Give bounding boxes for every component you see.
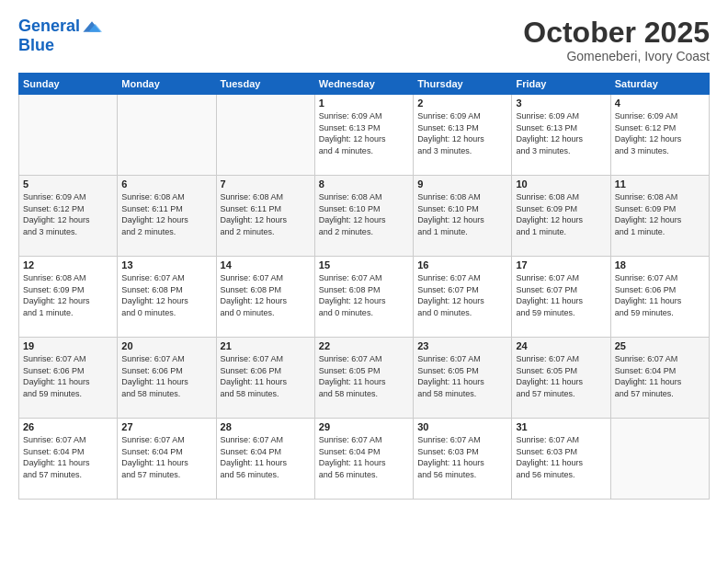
weekday-friday: Friday [512,74,610,95]
day-info: Sunrise: 6:07 AMSunset: 6:03 PMDaylight:… [417,434,507,480]
calendar-table: SundayMondayTuesdayWednesdayThursdayFrid… [18,73,710,500]
calendar-cell: 26Sunrise: 6:07 AMSunset: 6:04 PMDayligh… [19,419,118,500]
day-number: 4 [615,98,705,109]
title-block: October 2025 Gomeneberi, Ivory Coast [523,17,710,63]
day-number: 20 [121,340,211,351]
month-title: October 2025 [523,17,710,49]
calendar-cell: 19Sunrise: 6:07 AMSunset: 6:06 PMDayligh… [19,338,118,419]
day-info: Sunrise: 6:09 AMSunset: 6:13 PMDaylight:… [417,110,507,156]
header: General Blue October 2025 Gomeneberi, Iv… [18,17,710,63]
day-number: 22 [319,340,409,351]
calendar-week-3: 19Sunrise: 6:07 AMSunset: 6:06 PMDayligh… [19,338,710,419]
day-info: Sunrise: 6:07 AMSunset: 6:04 PMDaylight:… [121,434,211,480]
day-info: Sunrise: 6:07 AMSunset: 6:04 PMDaylight:… [221,434,311,480]
weekday-monday: Monday [118,74,216,95]
day-number: 14 [221,259,311,270]
day-info: Sunrise: 6:08 AMSunset: 6:10 PMDaylight:… [319,191,409,237]
day-info: Sunrise: 6:07 AMSunset: 6:04 PMDaylight:… [23,434,113,480]
day-number: 2 [417,98,507,109]
calendar-cell: 31Sunrise: 6:07 AMSunset: 6:03 PMDayligh… [512,419,610,500]
day-number: 7 [221,178,311,190]
day-number: 18 [615,259,705,270]
day-info: Sunrise: 6:08 AMSunset: 6:11 PMDaylight:… [221,191,311,237]
calendar-cell: 29Sunrise: 6:07 AMSunset: 6:04 PMDayligh… [314,419,413,500]
day-number: 19 [23,340,113,351]
weekday-header-row: SundayMondayTuesdayWednesdayThursdayFrid… [19,74,710,95]
calendar-cell: 1Sunrise: 6:09 AMSunset: 6:13 PMDaylight… [314,95,413,176]
calendar-cell: 14Sunrise: 6:07 AMSunset: 6:08 PMDayligh… [216,257,314,338]
day-number: 1 [319,98,409,109]
day-info: Sunrise: 6:07 AMSunset: 6:06 PMDaylight:… [23,353,113,399]
calendar-week-0: 1Sunrise: 6:09 AMSunset: 6:13 PMDaylight… [19,95,710,176]
day-info: Sunrise: 6:09 AMSunset: 6:12 PMDaylight:… [615,110,705,156]
day-number: 12 [23,259,113,270]
day-number: 11 [615,178,705,190]
day-number: 15 [319,259,409,270]
day-info: Sunrise: 6:07 AMSunset: 6:08 PMDaylight:… [121,272,211,318]
calendar-cell: 23Sunrise: 6:07 AMSunset: 6:05 PMDayligh… [414,338,512,419]
day-info: Sunrise: 6:07 AMSunset: 6:04 PMDaylight:… [319,434,409,480]
day-number: 9 [417,178,507,190]
calendar-week-2: 12Sunrise: 6:08 AMSunset: 6:09 PMDayligh… [19,257,710,338]
logo: General Blue [18,17,102,55]
day-info: Sunrise: 6:08 AMSunset: 6:09 PMDaylight:… [615,191,705,237]
calendar-cell: 11Sunrise: 6:08 AMSunset: 6:09 PMDayligh… [610,176,709,257]
calendar-cell: 18Sunrise: 6:07 AMSunset: 6:06 PMDayligh… [610,257,709,338]
calendar-cell: 9Sunrise: 6:08 AMSunset: 6:10 PMDaylight… [414,176,512,257]
day-info: Sunrise: 6:07 AMSunset: 6:08 PMDaylight:… [221,272,311,318]
calendar-week-1: 5Sunrise: 6:09 AMSunset: 6:12 PMDaylight… [19,176,710,257]
weekday-wednesday: Wednesday [314,74,413,95]
day-info: Sunrise: 6:07 AMSunset: 6:05 PMDaylight:… [417,353,507,399]
calendar-cell: 21Sunrise: 6:07 AMSunset: 6:06 PMDayligh… [216,338,314,419]
calendar-cell: 7Sunrise: 6:08 AMSunset: 6:11 PMDaylight… [216,176,314,257]
calendar-cell: 28Sunrise: 6:07 AMSunset: 6:04 PMDayligh… [216,419,314,500]
calendar-cell [118,95,216,176]
day-info: Sunrise: 6:07 AMSunset: 6:05 PMDaylight:… [319,353,409,399]
day-info: Sunrise: 6:08 AMSunset: 6:09 PMDaylight:… [516,191,606,237]
calendar-cell: 4Sunrise: 6:09 AMSunset: 6:12 PMDaylight… [610,95,709,176]
day-info: Sunrise: 6:07 AMSunset: 6:04 PMDaylight:… [615,353,705,399]
day-number: 17 [516,259,606,270]
calendar-cell: 27Sunrise: 6:07 AMSunset: 6:04 PMDayligh… [118,419,216,500]
calendar-cell: 8Sunrise: 6:08 AMSunset: 6:10 PMDaylight… [314,176,413,257]
calendar-cell: 6Sunrise: 6:08 AMSunset: 6:11 PMDaylight… [118,176,216,257]
calendar-cell: 5Sunrise: 6:09 AMSunset: 6:12 PMDaylight… [19,176,118,257]
logo-text: General [18,17,80,36]
day-number: 3 [516,98,606,109]
calendar-cell: 25Sunrise: 6:07 AMSunset: 6:04 PMDayligh… [610,338,709,419]
calendar-cell: 24Sunrise: 6:07 AMSunset: 6:05 PMDayligh… [512,338,610,419]
weekday-sunday: Sunday [19,74,118,95]
calendar-cell: 13Sunrise: 6:07 AMSunset: 6:08 PMDayligh… [118,257,216,338]
day-info: Sunrise: 6:07 AMSunset: 6:06 PMDaylight:… [121,353,211,399]
weekday-thursday: Thursday [414,74,512,95]
calendar-cell: 16Sunrise: 6:07 AMSunset: 6:07 PMDayligh… [414,257,512,338]
day-number: 30 [417,421,507,432]
calendar-cell [610,419,709,500]
calendar-cell: 3Sunrise: 6:09 AMSunset: 6:13 PMDaylight… [512,95,610,176]
day-info: Sunrise: 6:09 AMSunset: 6:12 PMDaylight:… [23,191,113,237]
day-info: Sunrise: 6:09 AMSunset: 6:13 PMDaylight:… [516,110,606,156]
day-number: 25 [615,340,705,351]
day-number: 21 [221,340,311,351]
calendar-cell: 10Sunrise: 6:08 AMSunset: 6:09 PMDayligh… [512,176,610,257]
day-number: 10 [516,178,606,190]
day-number: 5 [23,178,113,190]
calendar-cell: 15Sunrise: 6:07 AMSunset: 6:08 PMDayligh… [314,257,413,338]
calendar-cell [19,95,118,176]
page: General Blue October 2025 Gomeneberi, Iv… [0,0,728,563]
calendar-cell: 12Sunrise: 6:08 AMSunset: 6:09 PMDayligh… [19,257,118,338]
day-number: 27 [121,421,211,432]
day-info: Sunrise: 6:08 AMSunset: 6:10 PMDaylight:… [417,191,507,237]
day-number: 16 [417,259,507,270]
day-info: Sunrise: 6:09 AMSunset: 6:13 PMDaylight:… [319,110,409,156]
day-info: Sunrise: 6:07 AMSunset: 6:08 PMDaylight:… [319,272,409,318]
calendar-cell: 2Sunrise: 6:09 AMSunset: 6:13 PMDaylight… [414,95,512,176]
weekday-saturday: Saturday [610,74,709,95]
day-number: 24 [516,340,606,351]
calendar-cell: 30Sunrise: 6:07 AMSunset: 6:03 PMDayligh… [414,419,512,500]
day-info: Sunrise: 6:07 AMSunset: 6:05 PMDaylight:… [516,353,606,399]
day-info: Sunrise: 6:08 AMSunset: 6:11 PMDaylight:… [121,191,211,237]
day-number: 6 [121,178,211,190]
day-number: 8 [319,178,409,190]
day-info: Sunrise: 6:07 AMSunset: 6:07 PMDaylight:… [417,272,507,318]
